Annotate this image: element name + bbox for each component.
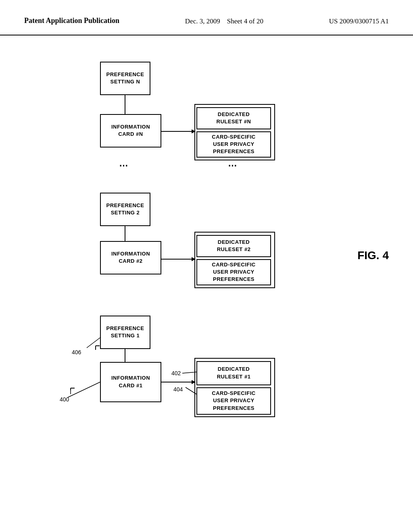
ref-406: 406 xyxy=(72,349,81,355)
figure-label: FIG. 4 xyxy=(357,249,389,262)
svg-line-15 xyxy=(87,338,100,348)
diagram-area: PREFERENCE SETTING N INFORMATION CARD #N… xyxy=(0,35,413,519)
header-publication-title: Patent Application Publication xyxy=(24,16,119,25)
header-patent-number: US 2009/0300715 A1 xyxy=(329,16,389,27)
svg-line-14 xyxy=(68,382,100,397)
dots-left: ⋯ xyxy=(119,160,129,171)
box-ruleset-2: DEDICATED RULESET #2 xyxy=(196,235,271,257)
header-sheet: Sheet 4 of 20 xyxy=(227,17,263,25)
page-header: Patent Application Publication Dec. 3, 2… xyxy=(0,0,413,35)
header-date: Dec. 3, 2009 xyxy=(185,17,220,25)
box-cardspec-1: CARD-SPECIFIC USER PRIVACY PREFERENCES xyxy=(196,387,271,415)
ref-404: 404 xyxy=(173,386,183,393)
ref-400: 400 xyxy=(60,396,69,403)
box-card-2: INFORMATION CARD #2 xyxy=(100,241,161,274)
box-cardspec-n: CARD-SPECIFIC USER PRIVACY PREFERENCES xyxy=(196,131,271,158)
dots-right: ⋯ xyxy=(228,160,238,171)
box-ruleset-n: DEDICATED RULESET #N xyxy=(196,107,271,129)
box-pref-1: PREFERENCE SETTING 1 xyxy=(100,316,150,349)
ref-402: 402 xyxy=(171,370,181,376)
header-date-sheet: Dec. 3, 2009 Sheet 4 of 20 xyxy=(185,16,263,27)
box-cardspec-2: CARD-SPECIFIC USER PRIVACY PREFERENCES xyxy=(196,259,271,285)
box-card-1: INFORMATION CARD #1 xyxy=(100,362,161,402)
box-pref-n: PREFERENCE SETTING N xyxy=(100,62,150,95)
box-card-n: INFORMATION CARD #N xyxy=(100,114,161,148)
box-ruleset-1: DEDICATED RULESET #1 xyxy=(196,361,271,385)
box-pref-2: PREFERENCE SETTING 2 xyxy=(100,193,150,226)
